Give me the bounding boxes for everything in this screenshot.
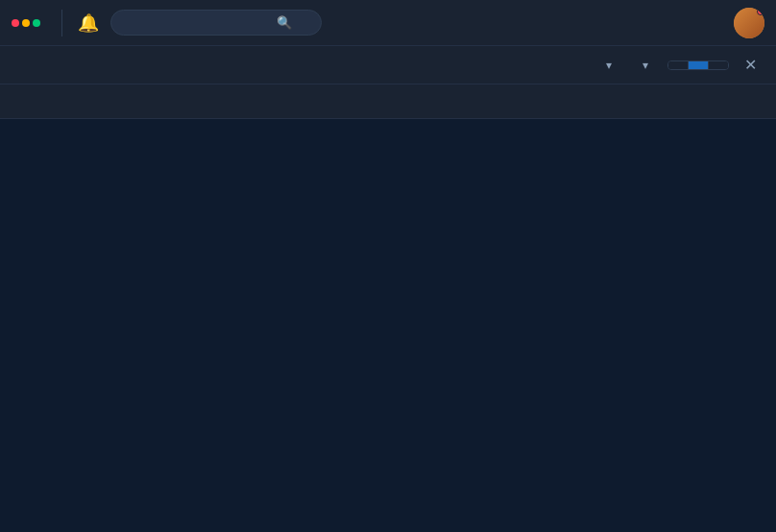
search-icon: 🔍 (277, 15, 292, 30)
timeline-filter-button[interactable]: ▾ (631, 55, 656, 76)
months-view-button[interactable] (709, 61, 728, 69)
avatar[interactable] (734, 8, 764, 38)
notification-dot (757, 8, 764, 15)
view-switcher (667, 60, 729, 70)
weeks-view-button[interactable] (689, 61, 709, 69)
owner-chevron-icon: ▾ (606, 59, 612, 72)
timeline-container (0, 85, 776, 532)
close-button[interactable]: ✕ (740, 52, 761, 78)
days-view-button[interactable] (668, 61, 689, 69)
logo (12, 19, 46, 27)
search-input[interactable] (125, 15, 269, 30)
timeline-body (0, 119, 776, 532)
logo-dot-yellow (22, 19, 30, 27)
bell-icon[interactable]: 🔔 (78, 12, 99, 34)
header-divider (61, 10, 62, 36)
header: 🔔 🔍 (0, 0, 776, 46)
gantt-main (0, 119, 776, 532)
owner-filter-button[interactable]: ▾ (594, 55, 619, 76)
logo-dot-red (12, 19, 19, 27)
app-container: 🔔 🔍 ▾ ▾ ✕ (0, 0, 776, 532)
toolbar: ▾ ▾ ✕ (0, 46, 776, 85)
date-header (0, 85, 776, 119)
search-box[interactable]: 🔍 (110, 10, 322, 36)
logo-dot-green (33, 19, 40, 27)
logo-dots (12, 19, 40, 27)
timeline-chevron-icon: ▾ (643, 59, 648, 72)
